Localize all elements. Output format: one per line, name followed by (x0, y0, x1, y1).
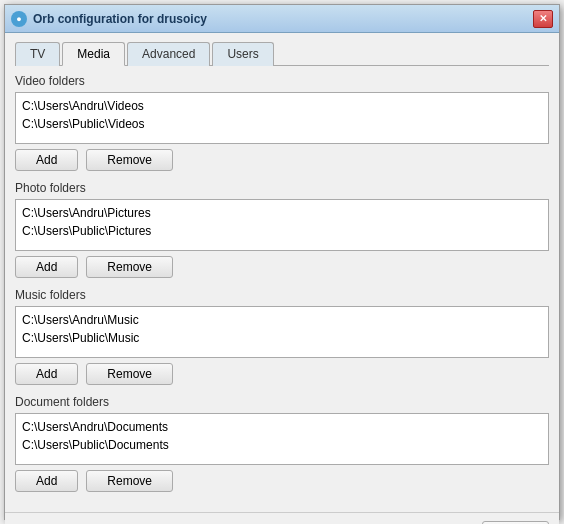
music-add-button[interactable]: Add (15, 363, 78, 385)
video-label: Video folders (15, 74, 549, 88)
music-section: Music folders C:\Users\Andru\Music C:\Us… (15, 288, 549, 385)
photo-add-button[interactable]: Add (15, 256, 78, 278)
photo-buttons: Add Remove (15, 256, 549, 278)
content-area: TV Media Advanced Users Video folders C:… (5, 33, 559, 512)
document-folder-item: C:\Users\Public\Documents (22, 436, 542, 454)
video-folder-item: C:\Users\Public\Videos (22, 115, 542, 133)
music-remove-button[interactable]: Remove (86, 363, 173, 385)
music-buttons: Add Remove (15, 363, 549, 385)
music-folder-item: C:\Users\Public\Music (22, 329, 542, 347)
photo-folder-item: C:\Users\Andru\Pictures (22, 204, 542, 222)
main-window: ● Orb configuration for drusoicy ✕ TV Me… (4, 4, 560, 520)
photo-remove-button[interactable]: Remove (86, 256, 173, 278)
photo-section: Photo folders C:\Users\Andru\Pictures C:… (15, 181, 549, 278)
music-folder-item: C:\Users\Andru\Music (22, 311, 542, 329)
document-folder-item: C:\Users\Andru\Documents (22, 418, 542, 436)
video-folder-list[interactable]: C:\Users\Andru\Videos C:\Users\Public\Vi… (15, 92, 549, 144)
document-remove-button[interactable]: Remove (86, 470, 173, 492)
document-label: Document folders (15, 395, 549, 409)
video-buttons: Add Remove (15, 149, 549, 171)
tab-media[interactable]: Media (62, 42, 125, 66)
photo-folder-item: C:\Users\Public\Pictures (22, 222, 542, 240)
document-add-button[interactable]: Add (15, 470, 78, 492)
bottom-bar: OK (5, 512, 559, 524)
tab-users[interactable]: Users (212, 42, 273, 66)
app-icon: ● (11, 11, 27, 27)
document-folder-list[interactable]: C:\Users\Andru\Documents C:\Users\Public… (15, 413, 549, 465)
music-label: Music folders (15, 288, 549, 302)
photo-folder-list[interactable]: C:\Users\Andru\Pictures C:\Users\Public\… (15, 199, 549, 251)
video-folder-item: C:\Users\Andru\Videos (22, 97, 542, 115)
photo-label: Photo folders (15, 181, 549, 195)
video-remove-button[interactable]: Remove (86, 149, 173, 171)
music-folder-list[interactable]: C:\Users\Andru\Music C:\Users\Public\Mus… (15, 306, 549, 358)
video-section: Video folders C:\Users\Andru\Videos C:\U… (15, 74, 549, 171)
window-title: Orb configuration for drusoicy (33, 12, 533, 26)
tab-advanced[interactable]: Advanced (127, 42, 210, 66)
tab-bar: TV Media Advanced Users (15, 41, 549, 66)
title-bar: ● Orb configuration for drusoicy ✕ (5, 5, 559, 33)
document-buttons: Add Remove (15, 470, 549, 492)
close-button[interactable]: ✕ (533, 10, 553, 28)
tab-tv[interactable]: TV (15, 42, 60, 66)
document-section: Document folders C:\Users\Andru\Document… (15, 395, 549, 492)
video-add-button[interactable]: Add (15, 149, 78, 171)
